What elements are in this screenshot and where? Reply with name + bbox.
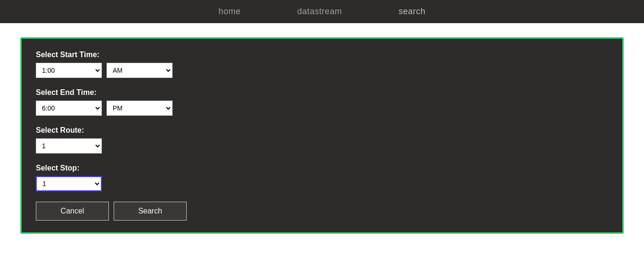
route-select[interactable]: 1 2 3 4 5: [36, 138, 102, 153]
cancel-button[interactable]: Cancel: [36, 202, 109, 221]
stop-select[interactable]: 1 2 3 4 5 6 7 8 9 10: [36, 176, 102, 191]
search-button[interactable]: Search: [114, 202, 187, 221]
end-time-group: Select End Time: 1:00 2:00 3:00 4:00 5:0…: [36, 88, 608, 116]
nav-item-search[interactable]: search: [399, 7, 426, 17]
form-container: Select Start Time: 1:00 2:00 3:00 4:00 5…: [20, 37, 624, 234]
route-row: 1 2 3 4 5: [36, 138, 608, 153]
end-time-select[interactable]: 1:00 2:00 3:00 4:00 5:00 6:00 7:00 8:00 …: [36, 101, 102, 116]
route-label: Select Route:: [36, 126, 608, 135]
route-group: Select Route: 1 2 3 4 5: [36, 126, 608, 153]
start-time-group: Select Start Time: 1:00 2:00 3:00 4:00 5…: [36, 51, 608, 78]
stop-label: Select Stop:: [36, 164, 608, 172]
start-time-select[interactable]: 1:00 2:00 3:00 4:00 5:00 6:00 7:00 8:00 …: [36, 63, 102, 78]
stop-row: 1 2 3 4 5 6 7 8 9 10: [36, 176, 608, 191]
button-row: Cancel Search: [36, 202, 608, 221]
start-time-row: 1:00 2:00 3:00 4:00 5:00 6:00 7:00 8:00 …: [36, 63, 608, 78]
end-ampm-select[interactable]: AM PM: [107, 101, 173, 116]
nav-item-datastream[interactable]: datastream: [297, 7, 342, 17]
end-time-label: Select End Time:: [36, 88, 608, 97]
end-time-row: 1:00 2:00 3:00 4:00 5:00 6:00 7:00 8:00 …: [36, 101, 608, 116]
start-time-label: Select Start Time:: [36, 51, 608, 59]
nav-item-home[interactable]: home: [218, 7, 240, 17]
stop-group: Select Stop: 1 2 3 4 5 6 7 8 9 10: [36, 164, 608, 191]
main-content: Select Start Time: 1:00 2:00 3:00 4:00 5…: [0, 23, 644, 248]
start-ampm-select[interactable]: AM PM: [107, 63, 173, 78]
navbar: home datastream search: [0, 0, 644, 23]
